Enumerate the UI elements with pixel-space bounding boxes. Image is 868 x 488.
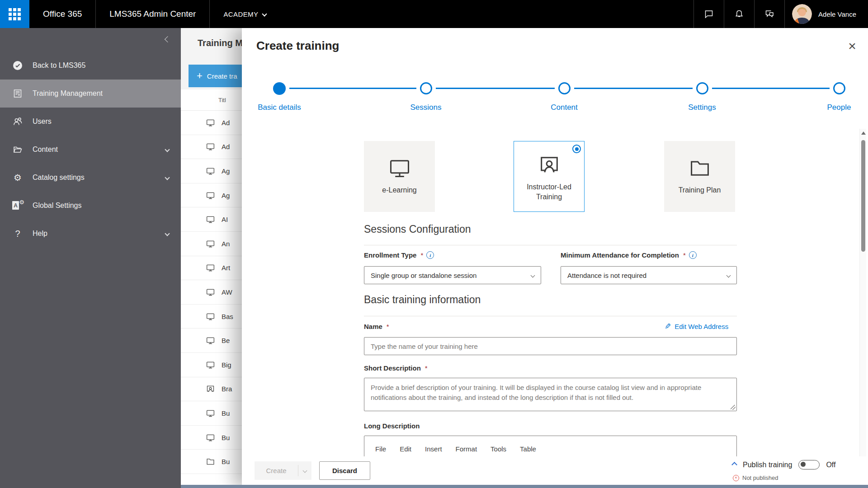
training-type-card-training-plan[interactable]: Training Plan [664, 141, 735, 212]
required-asterisk: * [420, 251, 423, 259]
table-row[interactable]: Big [181, 353, 242, 377]
table-row[interactable]: An [181, 232, 242, 256]
sidebar-item-label: Training Management [33, 89, 103, 98]
resize-handle[interactable] [731, 405, 736, 410]
create-button-label: Create [255, 467, 298, 474]
required-asterisk: * [425, 364, 428, 372]
notifications-button[interactable] [724, 0, 754, 28]
step-label-content[interactable]: Content [528, 103, 600, 112]
editor-menu-item-insert[interactable]: Insert [425, 445, 442, 453]
create-training-button[interactable]: + Create tra [189, 65, 242, 87]
sidebar-item-help[interactable]: ? Help [0, 220, 181, 248]
step-label-sessions[interactable]: Sessions [390, 103, 462, 112]
step-connector [289, 88, 416, 89]
e-learning-icon [206, 215, 215, 224]
table-row[interactable]: AI [181, 207, 242, 232]
sidebar-item-back-to-lms365[interactable]: Back to LMS365 [0, 52, 181, 80]
table-row[interactable]: Ag [181, 183, 242, 208]
sidebar-item-global-settings[interactable]: A⚙ Global Settings [0, 192, 181, 220]
users-icon [12, 116, 24, 127]
name-input[interactable] [364, 337, 737, 355]
close-button[interactable]: × [844, 38, 860, 54]
training-list-panel: Training M + Create tra Titl Ad Ad Ag Ag… [181, 28, 242, 488]
row-title: AI [222, 216, 228, 223]
e-learning-icon [206, 191, 215, 200]
minimum-attendance-select[interactable]: Attendance is not required [561, 266, 737, 284]
editor-menu-item-file[interactable]: File [375, 445, 386, 453]
short-description-label: Short Description* [364, 364, 428, 372]
chat-button[interactable] [694, 0, 724, 28]
table-row[interactable]: Bu [181, 450, 242, 474]
chevron-down-icon [165, 231, 170, 236]
dialog-title: Create training [256, 39, 340, 53]
sidebar-item-training-management[interactable]: Training Management [0, 80, 181, 108]
table-row[interactable]: Ad [181, 111, 242, 135]
app-launcher-button[interactable] [0, 0, 29, 28]
selected-value: Single group or standalone session [371, 272, 476, 279]
scroll-up-button[interactable] [861, 131, 866, 135]
table-row[interactable]: Be [181, 328, 242, 353]
enrollment-type-label: Enrollment Type* i [364, 251, 434, 259]
label-text: Minimum Attendance for Completion [561, 251, 679, 259]
step-sessions-dot[interactable] [420, 82, 432, 94]
e-learning-icon [206, 142, 215, 151]
training-type-card-elearning[interactable]: e-Learning [364, 141, 435, 212]
sidebar-item-users[interactable]: Users [0, 108, 181, 136]
row-title: Ad [222, 119, 230, 127]
account-menu[interactable]: Adele Vance [785, 0, 868, 28]
sidebar-collapse-button[interactable] [0, 28, 181, 52]
radio-selected-icon[interactable] [572, 145, 581, 153]
training-type-card-instructor-led[interactable]: Instructor-Led Training [514, 141, 585, 212]
admin-center-brand[interactable]: LMS365 Admin Center [96, 0, 209, 28]
editor-menu-item-tools[interactable]: Tools [491, 445, 506, 453]
step-label-people[interactable]: People [803, 103, 868, 112]
info-icon[interactable]: i [689, 251, 697, 259]
sidebar-item-catalog-settings[interactable]: ⚙ Catalog settings [0, 164, 181, 192]
sidebar-item-content[interactable]: Content [0, 136, 181, 164]
edit-web-address-link[interactable]: ✎ Edit Web Address [665, 322, 728, 331]
create-button[interactable]: Create [255, 461, 311, 480]
step-content-dot[interactable] [558, 82, 571, 94]
tenant-selector[interactable]: ACADEMY [210, 0, 280, 28]
table-row[interactable]: Bas [181, 305, 242, 329]
table-row[interactable]: Ag [181, 159, 242, 183]
modal-scrollbar[interactable] [859, 129, 866, 485]
step-basic-details-dot[interactable] [273, 82, 286, 95]
scrollbar-thumb[interactable] [861, 140, 865, 252]
publish-toggle[interactable] [798, 460, 820, 469]
chevron-down-icon [165, 147, 170, 152]
row-title: Bu [222, 409, 230, 417]
editor-menu-item-table[interactable]: Table [520, 445, 536, 453]
short-description-textarea[interactable] [364, 378, 737, 411]
table-row[interactable]: AW [181, 280, 242, 305]
section-divider [364, 245, 737, 245]
step-label-settings[interactable]: Settings [666, 103, 738, 112]
editor-menu-item-edit[interactable]: Edit [400, 445, 411, 453]
office365-brand[interactable]: Office 365 [29, 0, 95, 28]
table-row[interactable]: Bra [181, 377, 242, 402]
chevron-up-icon[interactable] [731, 462, 737, 468]
sidebar-item-label: Content [33, 145, 58, 154]
chevron-left-icon [165, 36, 171, 42]
step-settings-dot[interactable] [696, 82, 708, 94]
feedback-button[interactable] [755, 0, 784, 28]
title-column-header[interactable]: Titl [181, 89, 242, 111]
section-divider [364, 316, 737, 316]
editor-menu-item-format[interactable]: Format [456, 445, 477, 453]
e-learning-icon [206, 166, 215, 176]
question-icon: ? [12, 228, 24, 239]
table-row[interactable]: Ad [181, 135, 242, 160]
pencil-icon: ✎ [665, 322, 671, 331]
step-label-basic-details[interactable]: Basic details [243, 103, 316, 112]
table-row[interactable]: Bu [181, 401, 242, 426]
table-row[interactable]: Art [181, 256, 242, 281]
discard-button[interactable]: Discard [319, 461, 370, 480]
step-people-dot[interactable] [833, 82, 845, 94]
required-asterisk: * [683, 251, 686, 259]
info-icon[interactable]: i [426, 251, 434, 259]
table-row[interactable]: Bu [181, 426, 242, 450]
check-circle-icon [12, 60, 24, 71]
dialog-footer: Create Discard Publish training Off × No… [242, 456, 868, 485]
enrollment-type-select[interactable]: Single group or standalone session [364, 266, 541, 284]
row-title: Be [222, 337, 230, 344]
